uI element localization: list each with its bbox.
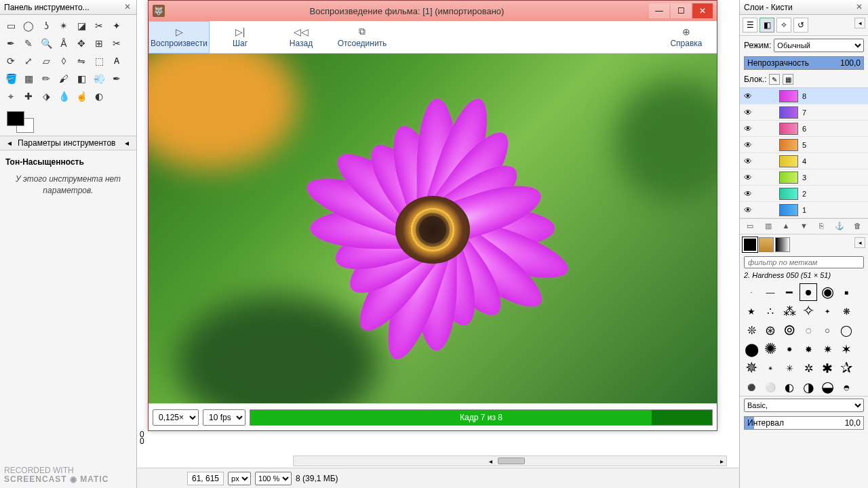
visibility-icon[interactable]: 👁 — [743, 157, 753, 166]
brush-preset[interactable]: ◐ — [781, 378, 798, 396]
minimize-button[interactable]: — — [649, 3, 669, 18]
lower-layer-icon[interactable]: ▼ — [799, 222, 808, 231]
visibility-icon[interactable]: 👁 — [743, 92, 753, 101]
collapse-icon[interactable]: ◂ — [4, 138, 15, 148]
brush-preset[interactable]: ✳ — [781, 359, 798, 377]
cage-tool[interactable]: ⬚ — [91, 53, 107, 69]
brush-preset[interactable]: ✲ — [800, 359, 817, 377]
brush-preset[interactable]: ⚪ — [762, 378, 779, 396]
eraser-tool[interactable]: ◧ — [73, 70, 90, 87]
shear-tool[interactable]: ▱ — [38, 53, 54, 69]
visibility-icon[interactable]: 👁 — [743, 124, 753, 134]
brush-preset[interactable]: ✹ — [781, 340, 798, 358]
raise-layer-icon[interactable]: ▲ — [781, 222, 791, 231]
brushes-tab[interactable] — [743, 237, 757, 252]
brush-preset[interactable]: ✧ — [800, 302, 817, 320]
brush-preset[interactable]: ✷ — [818, 340, 836, 358]
brush-preset[interactable]: ◑ — [800, 378, 817, 396]
opacity-slider[interactable]: Непрозрачность 100,0 — [744, 56, 864, 70]
airbrush-tool[interactable]: 💨 — [91, 70, 107, 87]
perspective-clone-tool[interactable]: ⬗ — [38, 88, 54, 104]
measure-tool[interactable]: Å — [56, 35, 72, 52]
blend-mode-select[interactable]: Обычный — [774, 39, 864, 52]
rect-select-tool[interactable]: ▭ — [3, 18, 19, 34]
visibility-icon[interactable]: 👁 — [743, 189, 753, 199]
maximize-button[interactable]: ☐ — [671, 3, 691, 18]
help-button[interactable]: ⊕ Справка — [656, 21, 717, 54]
paths-tab[interactable]: ✧ — [776, 18, 791, 33]
brush-preset[interactable]: — — [762, 283, 779, 301]
visibility-icon[interactable]: 👁 — [743, 140, 753, 150]
brush-preset[interactable]: ✺ — [762, 340, 779, 358]
brush-preset[interactable]: ❊ — [743, 321, 760, 339]
lock-alpha-icon[interactable]: ▦ — [783, 74, 793, 85]
ink-tool[interactable]: ✒ — [108, 70, 125, 87]
lasso-tool[interactable]: ʖ — [38, 18, 54, 34]
brush-preset[interactable]: ★ — [743, 302, 760, 320]
flip-tool[interactable]: ⇋ — [73, 53, 90, 69]
layers-tab[interactable]: ☰ — [743, 18, 757, 33]
fg-color-swatch[interactable] — [7, 111, 24, 126]
zoom-select[interactable]: 0,125× — [153, 409, 199, 426]
delete-layer-icon[interactable]: 🗑 — [853, 222, 863, 231]
layer-group-icon[interactable]: ▥ — [764, 222, 773, 231]
scale-tool[interactable]: ⤢ — [20, 53, 37, 69]
options-menu-icon[interactable]: ◂ — [121, 138, 132, 148]
paintbrush-tool[interactable]: 🖌 — [56, 70, 72, 87]
ellipse-select-tool[interactable]: ◯ — [20, 18, 37, 34]
gradients-tab[interactable] — [775, 237, 790, 252]
brush-preset[interactable]: ⚫ — [743, 378, 760, 396]
brush-preset[interactable]: ✵ — [743, 359, 760, 377]
brush-preset[interactable]: ⊛ — [762, 321, 779, 339]
brush-filter-input[interactable] — [744, 256, 864, 268]
fg-bg-swatch[interactable] — [7, 111, 34, 131]
scroll-left-icon[interactable]: ◂ — [486, 458, 495, 465]
tab-menu-icon[interactable]: ◂ — [854, 18, 865, 28]
layer-row[interactable]: 👁1 — [740, 202, 868, 218]
brush-preset[interactable]: ◒ — [818, 378, 836, 396]
fps-select[interactable]: 10 fps — [203, 409, 245, 426]
foreground-select-tool[interactable]: ✦ — [108, 18, 125, 34]
layer-row[interactable]: 👁7 — [740, 104, 868, 121]
brush-preset[interactable]: ✰ — [837, 359, 855, 377]
scroll-thumb[interactable] — [498, 458, 525, 464]
layer-row[interactable]: 👁5 — [740, 137, 868, 153]
brush-preset[interactable]: ■ — [837, 283, 855, 301]
step-button[interactable]: ▷| Шаг — [210, 21, 271, 54]
brush-preset[interactable]: ◉ — [818, 283, 836, 301]
brush-preset[interactable]: ❋ — [837, 302, 855, 320]
anchor-layer-icon[interactable]: ⚓ — [835, 222, 844, 231]
brush-preset[interactable]: ⬤ — [743, 340, 760, 358]
brush-preset[interactable]: ◓ — [837, 378, 855, 396]
duplicate-layer-icon[interactable]: ⎘ — [817, 222, 827, 231]
channels-tab[interactable]: ◧ — [760, 18, 774, 33]
perspective-tool[interactable]: ◊ — [56, 53, 72, 69]
layer-row[interactable]: 👁2 — [740, 186, 868, 202]
clone-tool[interactable]: ⌖ — [3, 88, 19, 104]
undo-tab[interactable]: ↺ — [793, 18, 808, 33]
brush-preset[interactable]: ━ — [781, 283, 798, 301]
unit-select[interactable]: px — [228, 472, 251, 485]
brush-preset[interactable]: ● — [800, 283, 817, 301]
brush-menu-icon[interactable]: ◂ — [854, 237, 865, 248]
bucket-fill-tool[interactable]: 🪣 — [3, 70, 19, 87]
color-picker-tool[interactable]: ✎ — [20, 35, 37, 52]
zoom-select[interactable]: 100 % — [255, 472, 292, 485]
frame-progress[interactable]: Кадр 7 из 8 — [250, 409, 713, 426]
crop-tool[interactable]: ✂ — [108, 35, 125, 52]
brush-preset[interactable]: ✸ — [800, 340, 817, 358]
play-button[interactable]: ▷ Воспроизвести — [149, 21, 210, 54]
fuzzy-select-tool[interactable]: ✴ — [56, 18, 72, 34]
brush-preset[interactable]: · — [743, 283, 760, 301]
close-icon[interactable]: ✕ — [123, 3, 132, 12]
smudge-tool[interactable]: ☝ — [73, 88, 90, 104]
heal-tool[interactable]: ✚ — [20, 88, 37, 104]
blur-tool[interactable]: 💧 — [56, 88, 72, 104]
brush-preset[interactable]: ○ — [818, 321, 836, 339]
visibility-icon[interactable]: 👁 — [743, 108, 753, 117]
text-tool[interactable]: A — [108, 53, 125, 69]
dodge-burn-tool[interactable]: ◐ — [91, 88, 107, 104]
pencil-tool[interactable]: ✏ — [38, 70, 54, 87]
align-tool[interactable]: ⊞ — [91, 35, 107, 52]
brush-preset[interactable]: ∴ — [762, 302, 779, 320]
